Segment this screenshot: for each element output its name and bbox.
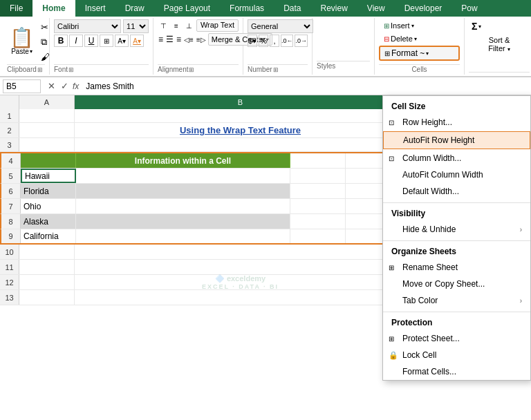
- row-header[interactable]: 2: [0, 123, 19, 137]
- column-width-item[interactable]: ⊡ Column Width...: [383, 150, 530, 166]
- font-color-button[interactable]: A▾: [130, 35, 144, 47]
- move-copy-sheet-item[interactable]: Move or Copy Sheet...: [383, 276, 530, 292]
- font-name-select[interactable]: Calibri: [54, 19, 121, 33]
- insert-button[interactable]: ⊞ Insert ▾: [379, 19, 460, 32]
- cell-a5[interactable]: Hawaii: [21, 169, 76, 183]
- tab-view[interactable]: View: [357, 0, 395, 17]
- percent-button[interactable]: %: [259, 35, 268, 47]
- paste-button[interactable]: 📋 Paste▾: [7, 27, 37, 57]
- cell-b9[interactable]: [76, 229, 290, 243]
- cell-a9[interactable]: California: [21, 229, 76, 243]
- tab-color-item[interactable]: Tab Color ›: [383, 292, 530, 309]
- col-header-b[interactable]: B: [75, 95, 407, 109]
- row-height-item[interactable]: ⊡ Row Height...: [383, 114, 530, 131]
- format-cells-item[interactable]: Format Cells...: [383, 363, 530, 380]
- indent-decrease-button[interactable]: ◁≡: [183, 33, 194, 46]
- font-size-select[interactable]: 11: [123, 19, 149, 33]
- row-header[interactable]: 5: [1, 169, 21, 183]
- align-middle-button[interactable]: ≡: [171, 19, 183, 32]
- cell-a1[interactable]: [19, 109, 75, 122]
- cell-b6[interactable]: [76, 184, 290, 198]
- cell-a6[interactable]: Florida: [21, 184, 76, 198]
- row-header[interactable]: 3: [0, 138, 19, 151]
- cell-a2[interactable]: [19, 123, 75, 137]
- confirm-icon[interactable]: ✓: [61, 81, 68, 91]
- align-top-button[interactable]: ⊤: [158, 19, 169, 32]
- main-area: A B C 1 2 Using the Wrap Text Feature 3: [0, 95, 531, 420]
- hide-unhide-item[interactable]: Hide & Unhide ›: [383, 221, 530, 238]
- tab-formulas[interactable]: Formulas: [220, 0, 274, 17]
- sum-button[interactable]: Σ▾: [469, 19, 530, 33]
- row-header[interactable]: 1: [0, 109, 19, 122]
- autofit-row-height-item[interactable]: AutoFit Row Height: [383, 131, 530, 149]
- cells-group: ⊞ Insert ▾ ⊟ Delete ▾ ⊞ Format ~ ▾ Cells: [375, 18, 465, 75]
- cancel-icon[interactable]: ✕: [48, 81, 55, 91]
- border-button[interactable]: ⊞: [100, 35, 113, 47]
- row-header[interactable]: 10: [0, 245, 19, 259]
- lock-cell-item[interactable]: 🔒 Lock Cell: [383, 347, 530, 363]
- increase-decimal-button[interactable]: .0→: [295, 35, 308, 47]
- tab-page-layout[interactable]: Page Layout: [154, 0, 220, 17]
- cell-c8[interactable]: [290, 214, 346, 229]
- cell-c7[interactable]: [290, 199, 346, 213]
- align-center-button[interactable]: ☰: [165, 33, 174, 46]
- cell-c9[interactable]: [290, 229, 346, 243]
- tab-insert[interactable]: Insert: [75, 0, 115, 17]
- align-bottom-button[interactable]: ⊥: [183, 19, 195, 32]
- cell-a3[interactable]: [19, 138, 75, 151]
- autofit-column-width-item[interactable]: AutoFit Column Width: [383, 166, 530, 183]
- comma-button[interactable]: ,: [270, 35, 279, 47]
- wrap-text-button[interactable]: Wrap Text: [196, 19, 239, 32]
- indent-increase-button[interactable]: ≡▷: [196, 33, 207, 46]
- cell-a8[interactable]: Alaska: [21, 214, 76, 229]
- align-left-button[interactable]: ≡: [158, 33, 164, 46]
- cell-b7[interactable]: [76, 199, 290, 213]
- row-header[interactable]: 11: [0, 260, 19, 274]
- cell-size-header: Cell Size: [383, 96, 530, 114]
- cell-b4[interactable]: Information within a Cell: [76, 153, 290, 168]
- cell-b8[interactable]: [76, 214, 290, 229]
- rename-sheet-item[interactable]: ⊞ Rename Sheet: [383, 259, 530, 276]
- tab-draw[interactable]: Draw: [115, 0, 154, 17]
- format-button[interactable]: ⊞ Format ~ ▾: [379, 46, 460, 61]
- italic-button[interactable]: I: [69, 35, 83, 47]
- fill-color-button[interactable]: A▾: [115, 35, 129, 47]
- number-format-select[interactable]: General: [248, 19, 313, 33]
- tab-review[interactable]: Review: [310, 0, 357, 17]
- row-header[interactable]: 7: [1, 199, 21, 213]
- formula-input[interactable]: [83, 80, 528, 93]
- sort-filter-button[interactable]: Sort & Filter ▾: [469, 35, 530, 54]
- tab-file[interactable]: File: [0, 0, 32, 17]
- delete-button[interactable]: ⊟ Delete ▾: [379, 32, 460, 45]
- tab-developer[interactable]: Developer: [395, 0, 452, 17]
- cell-c5[interactable]: [290, 169, 346, 183]
- align-right-button[interactable]: ≡: [176, 33, 182, 46]
- protect-sheet-item[interactable]: ⊞ Protect Sheet...: [383, 330, 530, 347]
- cell-c4[interactable]: [290, 153, 346, 168]
- formula-bar: B5 ✕ ✓ fx: [0, 77, 531, 95]
- cell-reference-input[interactable]: B5: [3, 79, 41, 93]
- number-label: Number⊞: [248, 64, 308, 73]
- row-header[interactable]: 9: [1, 229, 21, 243]
- tab-home[interactable]: Home: [32, 0, 75, 17]
- row-header[interactable]: 4: [1, 153, 21, 168]
- bold-button[interactable]: B: [54, 35, 68, 47]
- row-header[interactable]: 12: [0, 275, 19, 289]
- underline-button[interactable]: U: [84, 35, 98, 47]
- tab-data[interactable]: Data: [274, 0, 310, 17]
- cell-a4[interactable]: [21, 153, 76, 168]
- row-header[interactable]: 6: [1, 184, 21, 198]
- cell-b1[interactable]: [75, 109, 407, 122]
- decrease-decimal-button[interactable]: .0←: [281, 35, 294, 47]
- col-header-a[interactable]: A: [19, 95, 75, 109]
- row-header[interactable]: 13: [0, 290, 19, 305]
- cell-b5[interactable]: [76, 169, 290, 183]
- tab-pow[interactable]: Pow: [451, 0, 487, 17]
- cell-a7[interactable]: Ohio: [21, 199, 76, 213]
- cell-b3[interactable]: [75, 138, 407, 151]
- currency-button[interactable]: $▾: [248, 35, 257, 47]
- cell-b2[interactable]: Using the Wrap Text Feature: [75, 123, 407, 137]
- row-header[interactable]: 8: [1, 214, 21, 229]
- cell-c6[interactable]: [290, 184, 346, 198]
- default-width-item[interactable]: Default Width...: [383, 183, 530, 200]
